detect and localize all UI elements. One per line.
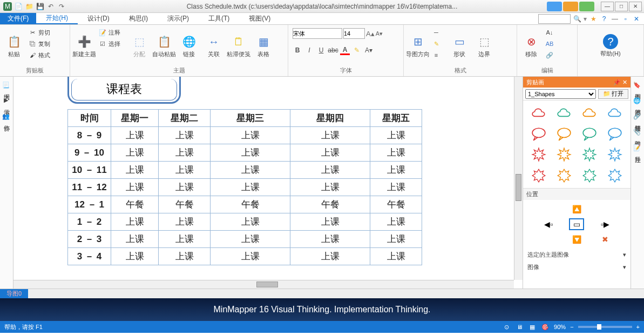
status-screen-icon[interactable]: 🖥 (515, 323, 524, 331)
clipart-shape[interactable] (526, 145, 551, 164)
close-button[interactable]: ✕ (629, 2, 642, 11)
clipart-shape[interactable] (552, 104, 576, 123)
table-row[interactable]: 11 － 12上课上课上课上课上课 (68, 179, 422, 196)
rightrail-attachment[interactable]: 📎附件 (634, 128, 642, 136)
font-dialog-button[interactable]: A▾ (364, 45, 374, 55)
note-button[interactable]: 📝注释 (97, 27, 121, 38)
border-button[interactable]: ⬚边界 (472, 26, 496, 65)
shape-button[interactable]: ▭形状 (448, 26, 471, 65)
rightrail-note[interactable]: 📝注释 (634, 144, 642, 152)
pos-right[interactable]: ▫▶ (598, 218, 613, 230)
theme-green-button[interactable] (579, 2, 594, 11)
table-header[interactable]: 时间 (68, 110, 111, 127)
clipart-shape[interactable] (526, 124, 551, 144)
select-button[interactable]: ☑选择 (97, 38, 121, 49)
underline-button[interactable]: U (316, 45, 326, 55)
tab-home[interactable]: 开始(H) (36, 13, 78, 24)
fill-button[interactable]: ✎ (431, 38, 442, 49)
ribbon-restore-icon[interactable]: ▫ (621, 15, 630, 23)
table-header[interactable]: 星期一 (111, 110, 159, 127)
star-icon[interactable]: ★ (589, 15, 598, 23)
table-row[interactable]: 10 － 11上课上课上课上课上课 (68, 162, 422, 179)
link-button[interactable]: 🌐链接 (177, 26, 201, 65)
font-size-input[interactable] (343, 28, 365, 39)
theme-blue-button[interactable] (547, 2, 562, 11)
remove-button[interactable]: ⊗移除 (519, 26, 543, 65)
pos-left[interactable]: ◀▫ (541, 218, 556, 230)
clipart-shape[interactable] (578, 124, 602, 144)
clipart-shape[interactable] (578, 145, 602, 164)
relation-button[interactable]: ↔关联 (202, 26, 226, 65)
help-icon[interactable]: ? (600, 15, 608, 23)
schedule-table[interactable]: 时间星期一星期二星期三星期四星期五 8 － 9上课上课上课上课上课9 － 10上… (67, 109, 422, 265)
tab-design[interactable]: 设计(D) (78, 13, 119, 24)
copy-button[interactable]: ⿻复制 (27, 38, 51, 49)
font-shrink-icon[interactable]: A▾ (376, 30, 383, 37)
leftrail-outline[interactable]: 📃大纲 (3, 81, 11, 89)
clipart-shape[interactable] (552, 124, 576, 144)
sort-button[interactable]: A↓ (544, 27, 555, 38)
status-present-icon[interactable]: ▦ (528, 323, 537, 331)
font-color-button[interactable]: A (340, 45, 350, 55)
ribbon-close-icon[interactable]: ✕ (632, 15, 641, 23)
leftrail-present[interactable]: ▶演示 (3, 97, 11, 105)
maximize-button[interactable]: □ (615, 2, 628, 11)
table-row[interactable]: 1 － 2上课上课上课上课上课 (68, 213, 422, 231)
tab-present[interactable]: 演示(P) (158, 13, 199, 24)
clipart-shape[interactable] (552, 165, 576, 185)
panel-close-icon[interactable]: ✕ (622, 79, 627, 85)
qat-save-icon[interactable]: 💾 (36, 2, 44, 11)
font-name-input[interactable] (293, 28, 342, 39)
qat-undo-icon[interactable]: ↶ (46, 2, 55, 11)
minimize-button[interactable]: — (601, 2, 614, 11)
clipart-shape[interactable] (603, 104, 627, 123)
file-menu[interactable]: 文件(F) (0, 13, 36, 24)
rightrail-browser[interactable]: 🌐浏览器 (634, 97, 642, 105)
tab-ideate[interactable]: 构思(I) (119, 13, 158, 24)
qat-new-icon[interactable]: 📄 (14, 2, 23, 11)
find-button[interactable]: 🔗 (544, 50, 555, 61)
vertical-scrollbar[interactable] (514, 77, 523, 280)
clipart-shape[interactable] (578, 104, 602, 123)
table-header[interactable]: 星期五 (370, 110, 422, 127)
new-topic-button[interactable]: ➕新建主题 (72, 26, 96, 65)
canvas[interactable]: 课程表 时间星期一星期二星期三星期四星期五 8 － 9上课上课上课上课上课9 －… (13, 77, 523, 289)
clipart-shape[interactable] (526, 165, 551, 185)
cut-button[interactable]: ✂剪切 (27, 27, 51, 38)
rightrail-hyperlink[interactable]: 🔗超链接 (634, 112, 642, 120)
zoom-in-button[interactable]: + (636, 324, 640, 330)
table-row[interactable]: 9 － 10上课上课上课上课上课 (68, 144, 422, 162)
table-header[interactable]: 星期三 (211, 110, 290, 127)
qat-open-icon[interactable]: 📁 (25, 2, 33, 11)
zoom-slider[interactable] (578, 326, 632, 328)
table-button[interactable]: ▦表格 (252, 26, 275, 65)
table-row[interactable]: 12 － 1午餐午餐午餐午餐午餐 (68, 196, 422, 213)
pos-center[interactable]: ▭ (569, 218, 584, 230)
zoom-out-button[interactable]: − (570, 324, 573, 330)
autopaste-button[interactable]: 📋自动粘贴 (152, 26, 176, 65)
clipart-shape[interactable] (552, 145, 576, 164)
format-painter-button[interactable]: 🖌格式 (27, 50, 51, 61)
font-grow-icon[interactable]: A▴ (366, 30, 375, 38)
selected-theme-image-row[interactable]: 选定的主题图像▾ (523, 249, 631, 261)
table-header[interactable]: 星期四 (290, 110, 370, 127)
clipart-shape[interactable] (578, 165, 602, 185)
bold-button[interactable]: B (293, 45, 302, 55)
map-direction-button[interactable]: ⊞导图方向 (406, 26, 430, 65)
clipart-shape[interactable] (526, 104, 551, 123)
table-header[interactable]: 星期二 (159, 110, 211, 127)
image-row[interactable]: 图像▾ (523, 261, 631, 273)
paste-button[interactable]: 📋 粘贴 (2, 26, 26, 65)
table-row[interactable]: 2 － 3上课上课上课上课上课 (68, 231, 422, 248)
clipart-shape[interactable] (603, 165, 627, 185)
table-row[interactable]: 3 － 4上课上课上课上课上课 (68, 248, 422, 265)
qat-redo-icon[interactable]: ↷ (57, 2, 66, 11)
status-zoom-fit-icon[interactable]: ⊙ (502, 323, 511, 331)
tab-view[interactable]: 视图(V) (239, 13, 280, 24)
clipart-category-select[interactable]: 1_Shapes (525, 89, 596, 99)
strikethrough-button[interactable]: abc (328, 45, 338, 55)
pos-bottom[interactable]: 🔽 (569, 233, 584, 245)
ribbon-minimize-icon[interactable]: — (611, 15, 619, 23)
theme-orange-button[interactable] (563, 2, 578, 11)
pos-delete[interactable]: ✖ (598, 233, 613, 245)
